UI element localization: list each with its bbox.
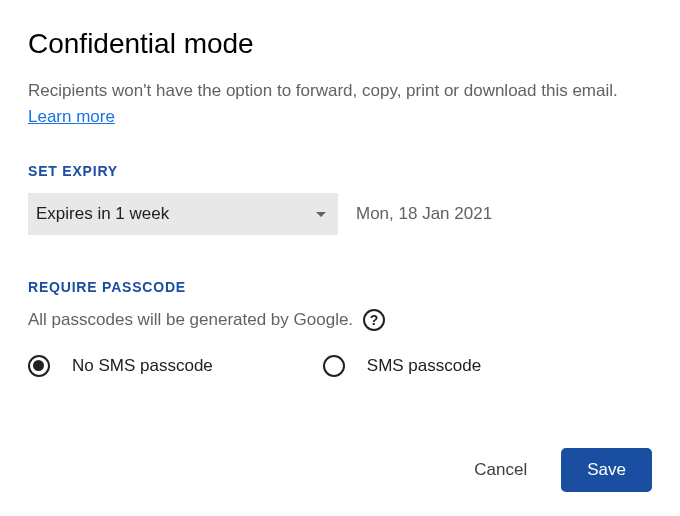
require-passcode-label: REQUIRE PASSCODE [28, 279, 652, 295]
passcode-note-row: All passcodes will be generated by Googl… [28, 309, 652, 331]
radio-no-sms[interactable]: No SMS passcode [28, 355, 213, 377]
cancel-button[interactable]: Cancel [466, 450, 535, 490]
passcode-radio-group: No SMS passcode SMS passcode [28, 355, 652, 377]
radio-icon-selected [28, 355, 50, 377]
learn-more-link[interactable]: Learn more [28, 107, 115, 126]
chevron-down-icon [316, 212, 326, 217]
radio-icon-unselected [323, 355, 345, 377]
expiry-row: Expires in 1 week Mon, 18 Jan 2021 [28, 193, 652, 235]
expiry-dropdown[interactable]: Expires in 1 week [28, 193, 338, 235]
dialog-title: Confidential mode [28, 28, 652, 60]
expiry-selected-value: Expires in 1 week [36, 204, 169, 224]
radio-no-sms-label: No SMS passcode [72, 356, 213, 376]
description-text: Recipients won't have the option to forw… [28, 81, 618, 100]
save-button[interactable]: Save [561, 448, 652, 492]
dialog-description: Recipients won't have the option to forw… [28, 78, 652, 129]
passcode-note-text: All passcodes will be generated by Googl… [28, 310, 353, 330]
dialog-footer: Cancel Save [466, 448, 652, 492]
expiry-date-text: Mon, 18 Jan 2021 [356, 204, 492, 224]
radio-sms-label: SMS passcode [367, 356, 481, 376]
set-expiry-label: SET EXPIRY [28, 163, 652, 179]
help-icon[interactable]: ? [363, 309, 385, 331]
radio-sms[interactable]: SMS passcode [323, 355, 481, 377]
